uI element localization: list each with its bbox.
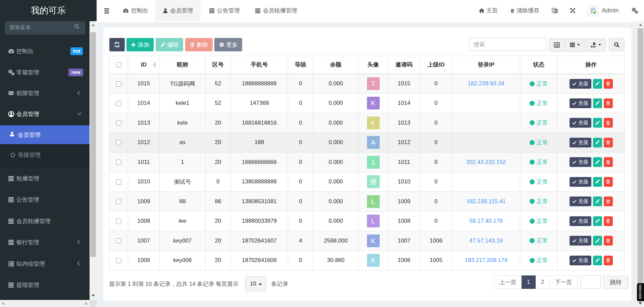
svg-text:A: A	[555, 9, 557, 12]
